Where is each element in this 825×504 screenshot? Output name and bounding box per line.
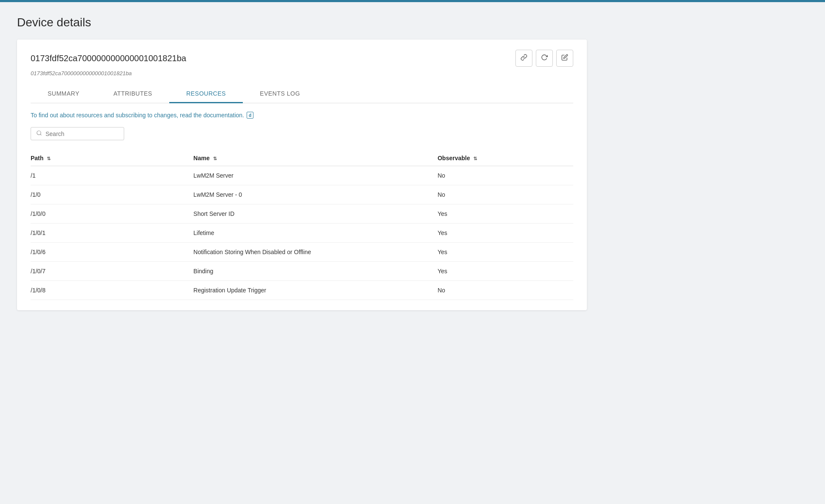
sort-icon-name: ⇅	[213, 156, 217, 161]
search-icon	[36, 130, 42, 137]
sort-icon-path: ⇅	[47, 156, 51, 161]
svg-line-1	[40, 134, 42, 136]
refresh-icon	[541, 54, 548, 62]
card-header: 0173fdf52ca700000000000001001821ba	[31, 50, 573, 67]
path-cell[interactable]: /1/0/1	[31, 224, 193, 243]
link-button[interactable]	[515, 50, 532, 67]
name-cell: Binding	[193, 262, 438, 281]
table-row: /1/0/1LifetimeYes	[31, 224, 573, 243]
table-row: /1/0LwM2M Server - 0No	[31, 185, 573, 204]
tab-attributes[interactable]: ATTRIBUTES	[97, 85, 169, 103]
path-cell[interactable]: /1/0	[31, 185, 193, 204]
observable-cell: Yes	[438, 224, 573, 243]
search-container	[31, 127, 573, 140]
header-actions	[515, 50, 573, 67]
page-title: Device details	[17, 16, 808, 29]
name-cell: LwM2M Server	[193, 166, 438, 185]
path-cell[interactable]: /1/0/7	[31, 262, 193, 281]
observable-cell: No	[438, 185, 573, 204]
observable-cell: No	[438, 281, 573, 300]
path-cell[interactable]: /1/0/6	[31, 243, 193, 262]
path-cell[interactable]: /1/0/8	[31, 281, 193, 300]
info-text: To find out about resources and subscrib…	[31, 112, 244, 119]
edit-icon	[561, 54, 568, 62]
search-input[interactable]	[46, 130, 119, 137]
search-wrapper	[31, 127, 124, 140]
name-cell: LwM2M Server - 0	[193, 185, 438, 204]
observable-cell: Yes	[438, 262, 573, 281]
path-cell[interactable]: /1	[31, 166, 193, 185]
table-row: /1/0/7BindingYes	[31, 262, 573, 281]
refresh-button[interactable]	[536, 50, 553, 67]
svg-point-0	[37, 131, 41, 135]
observable-cell: Yes	[438, 204, 573, 224]
table-row: /1LwM2M ServerNo	[31, 166, 573, 185]
tab-resources[interactable]: RESOURCES	[169, 85, 243, 103]
tabs: SUMMARY ATTRIBUTES RESOURCES EVENTS LOG	[31, 85, 573, 103]
device-id-primary: 0173fdf52ca700000000000001001821ba	[31, 54, 186, 63]
link-icon	[521, 54, 527, 62]
name-cell: Notification Storing When Disabled or Of…	[193, 243, 438, 262]
documentation-link[interactable]: To find out about resources and subscrib…	[31, 112, 244, 119]
sort-icon-observable: ⇅	[473, 156, 477, 161]
path-cell[interactable]: /1/0/0	[31, 204, 193, 224]
info-link: To find out about resources and subscrib…	[31, 112, 573, 119]
tab-events-log[interactable]: EVENTS LOG	[243, 85, 317, 103]
observable-cell: Yes	[438, 243, 573, 262]
col-header-name[interactable]: Name ⇅	[193, 150, 438, 166]
name-cell: Registration Update Trigger	[193, 281, 438, 300]
table-body: /1LwM2M ServerNo/1/0LwM2M Server - 0No/1…	[31, 166, 573, 300]
table-row: /1/0/8Registration Update TriggerNo	[31, 281, 573, 300]
device-card: 0173fdf52ca700000000000001001821ba	[17, 40, 587, 310]
table-head: Path ⇅ Name ⇅ Observable ⇅	[31, 150, 573, 166]
table-header-row: Path ⇅ Name ⇅ Observable ⇅	[31, 150, 573, 166]
tab-summary[interactable]: SUMMARY	[31, 85, 97, 103]
table-row: /1/0/6Notification Storing When Disabled…	[31, 243, 573, 262]
edit-button[interactable]	[556, 50, 573, 67]
name-cell: Short Server ID	[193, 204, 438, 224]
observable-cell: No	[438, 166, 573, 185]
page-container: Device details 0173fdf52ca70000000000000…	[0, 2, 825, 324]
doc-icon: d	[247, 112, 253, 119]
device-id-secondary: 0173fdf52ca700000000000001001821ba	[31, 70, 573, 76]
col-header-path[interactable]: Path ⇅	[31, 150, 193, 166]
resources-table: Path ⇅ Name ⇅ Observable ⇅ /1LwM2M Serve…	[31, 150, 573, 300]
table-row: /1/0/0Short Server IDYes	[31, 204, 573, 224]
col-header-observable[interactable]: Observable ⇅	[438, 150, 573, 166]
name-cell: Lifetime	[193, 224, 438, 243]
